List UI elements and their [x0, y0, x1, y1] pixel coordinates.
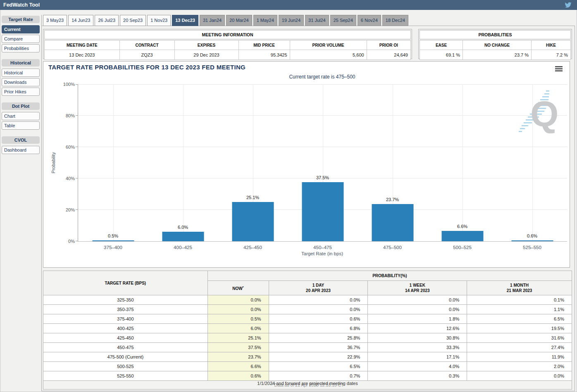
y-tick-label: 60% — [55, 145, 75, 150]
tab-19jun24[interactable]: 19 Jun24 — [279, 15, 304, 26]
probability-bar — [302, 182, 343, 241]
bar-column-475-500: 23.7% 475–500 — [358, 84, 427, 241]
sidebar-item-compare[interactable]: Compare — [2, 35, 40, 43]
sidebar-item-probabilities[interactable]: Probabilities — [2, 44, 40, 52]
sidebar-item-current[interactable]: Current — [2, 25, 40, 33]
now-value: 37.5% — [207, 343, 269, 352]
now-value: 6.0% — [207, 324, 269, 333]
tab-3may23[interactable]: 3 May23 — [43, 15, 67, 26]
meeting-information-panel: MEETING INFORMATION MEETING DATE CONTRAC… — [43, 29, 412, 59]
now-value: 0.0% — [207, 305, 269, 314]
bar-value-label: 37.5% — [316, 175, 329, 180]
quikstrike-watermark: Q — [516, 87, 564, 137]
col-expires: EXPIRES — [174, 40, 238, 50]
now-value: 25.1% — [207, 333, 269, 343]
tab-25sep24[interactable]: 25 Sep24 — [330, 15, 356, 26]
sidebar-item-downloads[interactable]: Downloads — [2, 78, 40, 86]
rate-range: 500-525 — [43, 362, 208, 371]
hike-value: 7.2 % — [532, 50, 571, 60]
tab-1nov23[interactable]: 1 Nov23 — [147, 15, 171, 26]
mid-price-value: 95.3425 — [238, 50, 290, 60]
meeting-date-value: 13 Dec 2023 — [45, 50, 120, 60]
frame-border-segment — [41, 15, 42, 26]
contract-value: ZQZ3 — [119, 50, 174, 60]
probability-bar — [372, 204, 413, 241]
tab-20mar24[interactable]: 20 Mar24 — [226, 15, 252, 26]
twitter-icon[interactable] — [565, 2, 572, 8]
col-ease: EASE — [420, 40, 463, 50]
tab-26jul23[interactable]: 26 Jul23 — [95, 15, 119, 26]
rate-range: 425-450 — [43, 333, 208, 343]
y-tick-label: 40% — [55, 176, 75, 181]
tab-18dec24[interactable]: 18 Dec24 — [382, 15, 408, 26]
app-title: FedWatch Tool — [3, 0, 40, 10]
sidebar-item-chart[interactable]: Chart — [2, 112, 40, 120]
col-prior-volume: PRIOR VOLUME — [290, 40, 367, 50]
bar-column-500-525: 6.6% 500–525 — [427, 84, 497, 241]
day-value: 0.7% — [269, 371, 368, 381]
bar-value-label: 0.5% — [108, 233, 118, 238]
table-row: 450-475 37.5% 36.7% 33.3% 27.4% — [43, 343, 572, 352]
sidebar-item-prior-hikes[interactable]: Prior Hikes — [2, 88, 40, 96]
tab-6nov24[interactable]: 6 Nov24 — [358, 15, 381, 26]
bar-value-label: 23.7% — [386, 197, 399, 202]
bar-chart-plot-area: 0% 20% 40% 60% 80% 100% 0.5% 375–400 6.0… — [78, 84, 567, 242]
month-value: 11.9% — [467, 352, 572, 362]
tab-31jul24[interactable]: 31 Jul24 — [305, 15, 329, 26]
day-value: 6.8% — [269, 324, 368, 333]
week-value: 0.3% — [368, 371, 467, 381]
month-value: 0.1% — [467, 295, 572, 305]
month-value: 1.1% — [467, 305, 572, 314]
no-change-value: 23.7 % — [463, 50, 532, 60]
vertical-gridline — [463, 84, 463, 241]
x-tick-label: 525–550 — [523, 245, 541, 250]
meeting-date-tabs: 3 May23 14 Jun23 26 Jul23 20 Sep23 1 Nov… — [43, 15, 408, 26]
bar-column-400-425: 6.0% 400–425 — [148, 84, 218, 241]
day-value: 25.8% — [269, 333, 368, 343]
prior-oi-value: 24,649 — [367, 50, 410, 60]
now-value: 23.7% — [207, 352, 269, 362]
tab-14jun23[interactable]: 14 Jun23 — [68, 15, 93, 26]
col-group-probability: PROBABILITY(%) — [207, 271, 572, 281]
x-tick-label: 500–525 — [453, 245, 472, 250]
chart-title: TARGET RATE PROBABILITIES FOR 13 DEC 202… — [48, 64, 246, 71]
sidebar-item-historical[interactable]: Historical — [2, 69, 40, 77]
sidebar-section-cvol[interactable]: CVOL — [2, 136, 40, 144]
projected-dates-note: 1/1/2024 and forward are projected meeti… — [43, 381, 572, 386]
col-1-week: 1 WEEK14 APR 2023 — [368, 281, 467, 295]
target-rate-probabilities-chart-panel: TARGET RATE PROBABILITIES FOR 13 DEC 202… — [43, 61, 570, 268]
week-value: 17.1% — [368, 352, 467, 362]
chart-hamburger-menu-icon[interactable] — [555, 66, 563, 72]
probability-bar — [232, 202, 274, 241]
now-value: 0.5% — [207, 314, 269, 324]
tab-13dec23-selected[interactable]: 13 Dec23 — [172, 15, 198, 26]
day-value: 6.5% — [269, 362, 368, 371]
x-tick-label: 400–425 — [174, 245, 192, 250]
col-now: NOW* — [207, 281, 269, 295]
probabilities-panel: PROBABILITIES EASE NO CHANGE HIKE 69.1 %… — [418, 29, 572, 59]
now-value: 0.0% — [207, 295, 269, 305]
table-row: 425-450 25.1% 25.8% 30.8% 31.6% — [43, 333, 572, 343]
table-row: 350-375 0.0% 0.0% 0.0% 1.1% — [43, 305, 572, 314]
bar-column-450-475: 37.5% 450–475 — [288, 84, 358, 241]
week-value: 30.8% — [368, 333, 467, 343]
tab-31jan24[interactable]: 31 Jan24 — [200, 15, 225, 26]
sidebar-item-table[interactable]: Table — [2, 121, 40, 130]
bar-value-label: 6.0% — [178, 225, 188, 230]
probabilities-title: PROBABILITIES — [420, 30, 571, 39]
col-meeting-date: MEETING DATE — [45, 40, 120, 50]
sidebar-section-historical[interactable]: Historical — [2, 59, 40, 67]
col-1-day: 1 DAY20 APR 2023 — [269, 281, 368, 295]
probability-bar — [162, 232, 204, 241]
tab-1may24[interactable]: 1 May24 — [253, 15, 277, 26]
week-value: 4.0% — [368, 362, 467, 371]
day-value: 36.7% — [269, 343, 368, 352]
probabilities-table: EASE NO CHANGE HIKE 69.1 % 23.7 % 7.2 % — [420, 40, 571, 60]
week-value: 33.3% — [368, 343, 467, 352]
sidebar-section-target-rate[interactable]: Target Rate — [2, 16, 40, 23]
sidebar-section-dot-plot[interactable]: Dot Plot — [2, 102, 40, 110]
sidebar-item-dashboard[interactable]: Dashboard — [2, 146, 40, 154]
bar-column-375-400: 0.5% 375–400 — [78, 84, 148, 241]
bar-column-425-450: 25.1% 425–450 — [218, 84, 288, 241]
tab-20sep23[interactable]: 20 Sep23 — [120, 15, 146, 26]
